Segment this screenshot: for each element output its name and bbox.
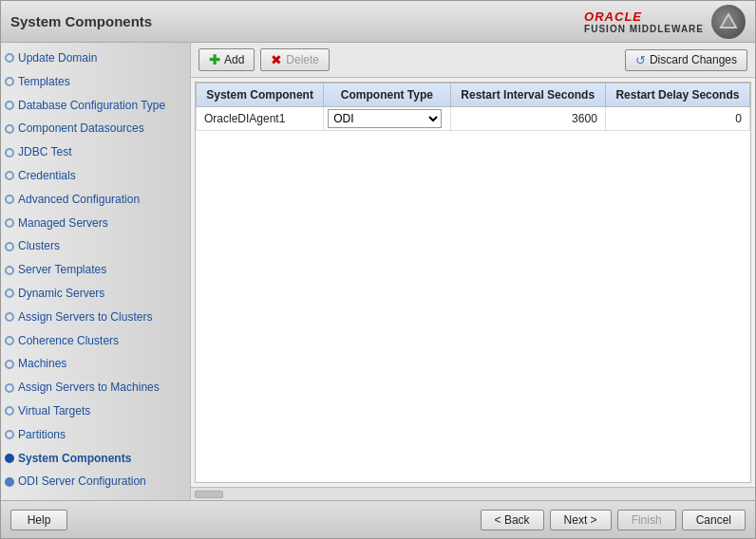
header: System Components ORACLE FUSION MIDDLEWA…	[1, 1, 755, 43]
delete-button[interactable]: ✖ Delete	[260, 48, 330, 71]
sidebar-link-server-templates[interactable]: Server Templates	[18, 262, 106, 278]
table-row: OracleDIAgent1 ODI 3600 0	[197, 107, 750, 131]
sidebar-link-db-config[interactable]: Database Configuration Type	[18, 98, 165, 114]
sidebar-item-coherence-clusters[interactable]: Coherence Clusters	[1, 329, 190, 353]
sidebar-item-jdbc-test[interactable]: JDBC Test	[1, 140, 190, 164]
delete-label: Delete	[286, 53, 319, 66]
sidebar-item-advanced-config[interactable]: Advanced Configuration	[1, 188, 190, 212]
footer-right: < Back Next > Finish Cancel	[481, 510, 746, 530]
delete-icon: ✖	[271, 52, 282, 67]
dot-db-config	[5, 101, 14, 110]
sidebar-link-update-domain[interactable]: Update Domain	[18, 50, 97, 66]
finish-button[interactable]: Finish	[617, 510, 676, 530]
dot-coherence-clusters	[5, 336, 14, 345]
sidebar-link-jdbc-test[interactable]: JDBC Test	[18, 144, 71, 160]
dot-system-components	[5, 454, 14, 463]
cell-restart-delay: 0	[605, 107, 749, 131]
sidebar-link-dynamic-servers[interactable]: Dynamic Servers	[18, 286, 104, 302]
next-button[interactable]: Next >	[550, 510, 612, 530]
col-component-type: Component Type	[324, 84, 450, 107]
toolbar-left: ✚ Add ✖ Delete	[198, 48, 330, 71]
dot-odi-server-config	[5, 477, 14, 487]
sidebar-item-server-templates[interactable]: Server Templates	[1, 258, 190, 282]
toolbar-right: ↺ Discard Changes	[625, 49, 747, 71]
sidebar-item-update-domain[interactable]: Update Domain	[1, 46, 190, 70]
sidebar-item-assign-servers-machines[interactable]: Assign Servers to Machines	[1, 376, 190, 400]
discard-label: Discard Changes	[650, 53, 737, 66]
sidebar-link-partitions[interactable]: Partitions	[18, 427, 66, 443]
dot-assign-servers-machines	[5, 383, 14, 393]
logo-area: ORACLE FUSION MIDDLEWARE	[584, 5, 746, 39]
cell-restart-interval: 3600	[450, 107, 605, 131]
dot-component-datasources	[5, 124, 14, 134]
dot-credentials	[5, 171, 14, 180]
dot-assign-servers-clusters	[5, 312, 14, 322]
sidebar-item-templates[interactable]: Templates	[1, 70, 190, 94]
back-button[interactable]: < Back	[481, 510, 544, 530]
sidebar-item-managed-servers[interactable]: Managed Servers	[1, 212, 190, 235]
dot-dynamic-servers	[5, 288, 14, 298]
dot-update-domain	[5, 53, 14, 63]
main-content: Update Domain Templates Database Configu…	[1, 43, 755, 500]
cell-component-type: ODI	[324, 107, 450, 131]
dot-advanced-config	[5, 195, 14, 204]
components-table: System Component Component Type Restart …	[196, 83, 750, 131]
discard-changes-button[interactable]: ↺ Discard Changes	[625, 49, 747, 71]
sidebar-link-system-components[interactable]: System Components	[18, 451, 131, 467]
sidebar-link-managed-servers[interactable]: Managed Servers	[18, 215, 108, 232]
horizontal-scrollbar[interactable]	[195, 491, 223, 498]
sidebar-item-system-components[interactable]: System Components	[1, 447, 190, 471]
dot-jdbc-test	[5, 148, 14, 158]
sidebar-item-assign-system-components[interactable]: Assign System Components	[1, 493, 190, 500]
table-header-row: System Component Component Type Restart …	[197, 84, 750, 107]
sidebar-item-assign-servers-clusters[interactable]: Assign Servers to Clusters	[1, 306, 190, 329]
sidebar-item-partitions[interactable]: Partitions	[1, 423, 190, 447]
sidebar-link-assign-system-components[interactable]: Assign System Components	[18, 497, 161, 500]
sidebar-item-component-datasources[interactable]: Component Datasources	[1, 117, 190, 140]
sidebar-link-machines[interactable]: Machines	[18, 356, 66, 372]
sidebar-link-component-datasources[interactable]: Component Datasources	[18, 121, 144, 137]
sidebar-item-clusters[interactable]: Clusters	[1, 234, 190, 258]
sidebar-item-odi-server-config[interactable]: ODI Server Configuration	[1, 470, 190, 493]
sidebar-link-odi-server-config[interactable]: ODI Server Configuration	[18, 474, 146, 490]
col-restart-delay: Restart Delay Seconds	[605, 84, 749, 107]
right-panel: ✚ Add ✖ Delete ↺ Discard Changes	[191, 43, 755, 500]
add-icon: ✚	[209, 52, 220, 67]
col-system-component: System Component	[197, 84, 324, 107]
sidebar-link-coherence-clusters[interactable]: Coherence Clusters	[18, 333, 119, 349]
sidebar-item-credentials[interactable]: Credentials	[1, 164, 190, 188]
toolbar: ✚ Add ✖ Delete ↺ Discard Changes	[191, 43, 755, 78]
cancel-button[interactable]: Cancel	[682, 510, 746, 530]
sidebar-item-virtual-targets[interactable]: Virtual Targets	[1, 400, 190, 423]
sidebar-link-virtual-targets[interactable]: Virtual Targets	[18, 403, 90, 419]
table-container: System Component Component Type Restart …	[195, 82, 751, 483]
sidebar-link-assign-servers-machines[interactable]: Assign Servers to Machines	[18, 380, 160, 396]
add-label: Add	[224, 53, 244, 66]
dot-server-templates	[5, 266, 14, 275]
oracle-logo-icon	[711, 5, 746, 39]
dot-virtual-targets	[5, 406, 14, 416]
fusion-text: FUSION MIDDLEWARE	[584, 24, 704, 34]
footer-left: Help	[10, 510, 67, 530]
oracle-text: ORACLE	[584, 9, 704, 24]
sidebar-link-assign-servers-clusters[interactable]: Assign Servers to Clusters	[18, 309, 152, 325]
sidebar-link-templates[interactable]: Templates	[18, 74, 70, 90]
page-title: System Components	[10, 13, 152, 29]
dot-managed-servers	[5, 218, 14, 228]
scroll-indicator	[191, 487, 755, 500]
component-type-select[interactable]: ODI	[328, 109, 442, 128]
dot-partitions	[5, 430, 14, 439]
add-button[interactable]: ✚ Add	[198, 48, 255, 71]
sidebar-link-clusters[interactable]: Clusters	[18, 238, 60, 254]
dot-templates	[5, 77, 14, 86]
help-button[interactable]: Help	[10, 510, 67, 530]
main-window: System Components ORACLE FUSION MIDDLEWA…	[0, 0, 756, 539]
sidebar-item-machines[interactable]: Machines	[1, 352, 190, 376]
sidebar-item-db-config[interactable]: Database Configuration Type	[1, 94, 190, 118]
sidebar-link-advanced-config[interactable]: Advanced Configuration	[18, 192, 140, 208]
discard-icon: ↺	[635, 53, 646, 67]
sidebar-link-credentials[interactable]: Credentials	[18, 168, 76, 184]
logo-text: ORACLE FUSION MIDDLEWARE	[584, 9, 704, 34]
sidebar: Update Domain Templates Database Configu…	[1, 43, 191, 500]
sidebar-item-dynamic-servers[interactable]: Dynamic Servers	[1, 282, 190, 306]
